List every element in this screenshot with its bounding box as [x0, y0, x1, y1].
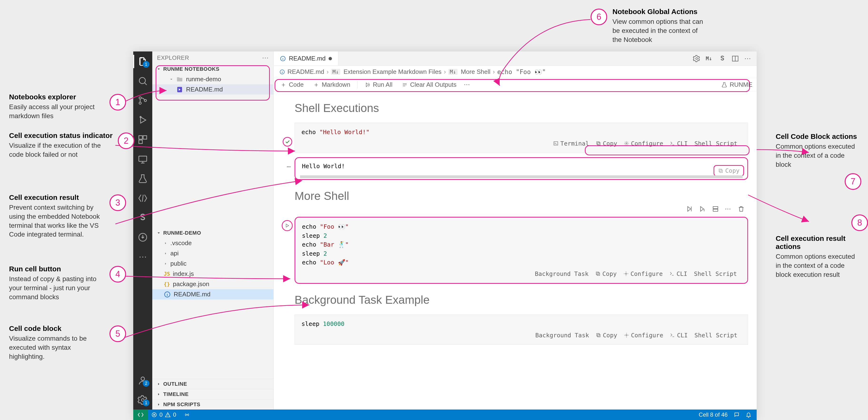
- tree-file-readme-notebook[interactable]: README.md: [152, 84, 273, 94]
- toolbar-code-button[interactable]: ＋Code: [278, 80, 306, 90]
- cell-3-action-configure[interactable]: Configure: [624, 331, 663, 340]
- cell-3-action-cli[interactable]: CLI: [670, 331, 688, 340]
- cell-2-header-split-icon[interactable]: [712, 205, 719, 213]
- activity-debug-icon[interactable]: [137, 115, 148, 125]
- toolbar-markdown-button[interactable]: ＋Markdown: [311, 80, 352, 90]
- status-errors-icon[interactable]: [151, 412, 157, 418]
- annot-4-title: Run cell button: [9, 265, 104, 273]
- cell-2-header-runbelow-icon[interactable]: [699, 205, 706, 213]
- tree-file-indexjs[interactable]: JS index.js: [152, 269, 273, 279]
- cell-2-header-runby-icon[interactable]: [686, 205, 693, 213]
- svg-point-28: [625, 273, 627, 275]
- cell-2-header-more-icon[interactable]: ⋯: [725, 205, 732, 213]
- notebook-body: Shell Executions echo "Hello World!" Ter…: [274, 91, 757, 410]
- activity-download-icon[interactable]: [137, 232, 148, 243]
- cell-3-action-bgtask[interactable]: Background Task: [535, 331, 589, 340]
- output-copy-button[interactable]: Copy: [714, 165, 744, 176]
- cell-1-action-shellscript[interactable]: Shell Script: [694, 139, 737, 148]
- status-bell-icon[interactable]: [746, 412, 751, 418]
- crumb-0[interactable]: README.md: [287, 68, 324, 76]
- cell-3-action-copy[interactable]: Copy: [596, 331, 617, 340]
- activity-account-icon[interactable]: 2: [137, 375, 148, 386]
- cell-2-action-bgtask[interactable]: Background Task: [535, 270, 589, 279]
- tab-action-markdown-icon[interactable]: M↓: [706, 55, 713, 62]
- section-npm-scripts[interactable]: NPM SCRIPTS: [152, 399, 273, 410]
- crumb-2[interactable]: More Shell: [461, 68, 490, 76]
- toolbar-more-icon[interactable]: ⋯: [464, 81, 470, 88]
- crumb-3[interactable]: echo "Foo 👀": [497, 68, 546, 76]
- svg-point-2: [139, 102, 141, 104]
- tab-action-gear-icon[interactable]: [693, 55, 701, 62]
- vscode-window: 1 ⋯ 2 1 EXPLORER ⋯: [133, 52, 757, 420]
- activity-search-icon[interactable]: [137, 76, 148, 86]
- svg-rect-5: [139, 136, 143, 139]
- annot-badge-2: 2: [118, 133, 134, 149]
- cell-2-run-button[interactable]: [282, 220, 293, 231]
- svg-point-33: [187, 414, 187, 415]
- annot-3-desc: Prevent context switching by using the e…: [9, 203, 104, 239]
- activity-settings-badge: 1: [143, 399, 149, 406]
- tab-action-more-icon[interactable]: ⋯: [744, 55, 752, 62]
- cell-1-status-success-icon: [283, 137, 292, 146]
- annot-3-title: Cell execution result: [9, 193, 104, 201]
- activity-account-badge: 2: [143, 380, 149, 387]
- tab-readme[interactable]: README.md: [274, 52, 338, 65]
- status-bar: 0 0 Cell 8 of 46: [133, 410, 757, 420]
- tree-folder-vscode[interactable]: .vscode: [152, 238, 273, 248]
- tree-folder-runme-demo[interactable]: runme-demo: [152, 74, 273, 84]
- cell-2-action-copy[interactable]: Copy: [595, 270, 617, 279]
- annot-1-desc: Easily access all your project markdown …: [9, 103, 104, 120]
- status-warnings-icon[interactable]: [165, 412, 170, 418]
- activity-more-icon[interactable]: ⋯: [137, 252, 148, 262]
- section-outline[interactable]: OUTLINE: [152, 379, 273, 389]
- cell-1-action-copy[interactable]: Copy: [596, 139, 617, 148]
- tree-file-packagejson[interactable]: {} package.json: [152, 279, 273, 289]
- activity-settings-icon[interactable]: 1: [137, 395, 148, 405]
- tab-bar: README.md M↓ ⋯: [274, 52, 757, 66]
- status-cell-position[interactable]: Cell 8 of 46: [699, 412, 727, 418]
- cell-2-action-cli[interactable]: CLI: [669, 270, 687, 279]
- activity-bracket-icon[interactable]: [137, 193, 148, 203]
- status-errors-count[interactable]: 0: [159, 412, 162, 418]
- toolbar-runall-button[interactable]: Run All: [362, 80, 395, 89]
- annot-badge-6: 6: [591, 8, 607, 25]
- crumb-1[interactable]: Extension Example Markdown Files: [344, 68, 442, 76]
- svg-point-1: [139, 97, 141, 99]
- toolbar-runme-label[interactable]: RUNME: [730, 81, 752, 88]
- toolbar-clear-button[interactable]: Clear All Outputs: [400, 80, 459, 89]
- cell-1-code[interactable]: echo "Hello World!" Terminal Copy Config…: [294, 123, 748, 153]
- section-project[interactable]: RUNME-DEMO: [152, 228, 273, 238]
- status-warnings-count[interactable]: 0: [173, 412, 176, 418]
- cell-2-action-shellscript[interactable]: Shell Script: [694, 270, 737, 279]
- tree-folder-api[interactable]: api: [152, 248, 273, 258]
- cell-3-code[interactable]: sleep 100000 Background Task Copy Config…: [294, 314, 748, 345]
- section-runme-notebooks[interactable]: RUNME NOTEBOOKS: [152, 64, 273, 74]
- activity-beaker-icon[interactable]: [137, 173, 148, 184]
- cell-2-code[interactable]: echo "Foo 👀" sleep 2 echo "Bar 🕺" sleep …: [294, 217, 748, 284]
- activity-extensions-icon[interactable]: [137, 134, 148, 145]
- activity-s-icon[interactable]: [137, 213, 148, 223]
- status-feedback-icon[interactable]: [734, 412, 740, 418]
- tab-action-s-icon[interactable]: [719, 55, 726, 62]
- cell-3-action-shellscript[interactable]: Shell Script: [694, 331, 737, 340]
- activity-explorer-icon[interactable]: 1: [137, 56, 148, 67]
- tree-file-readme-lower[interactable]: README.md: [152, 289, 273, 300]
- cell-2-header-trash-icon[interactable]: [738, 205, 745, 213]
- sidebar-more-icon[interactable]: ⋯: [262, 54, 269, 62]
- cell-1-action-cli[interactable]: CLI: [670, 139, 688, 148]
- tab-action-split-icon[interactable]: [732, 55, 739, 62]
- cell-1-action-terminal[interactable]: Terminal: [553, 139, 589, 148]
- output-scrollbar[interactable]: [300, 175, 743, 178]
- cell-2-action-configure[interactable]: Configure: [623, 270, 663, 279]
- activity-remote-icon[interactable]: [137, 154, 148, 164]
- annot-1-title: Notebooks explorer: [9, 93, 104, 101]
- status-remote-icon[interactable]: [133, 410, 148, 420]
- section-timeline[interactable]: TIMELINE: [152, 389, 273, 399]
- breadcrumb[interactable]: README.md › M↓Extension Example Markdown…: [274, 66, 757, 78]
- status-broadcast-icon[interactable]: [184, 412, 190, 418]
- tree-folder-public[interactable]: public: [152, 258, 273, 269]
- heading-shell-executions: Shell Executions: [294, 102, 748, 115]
- cell-1-action-configure[interactable]: Configure: [624, 139, 663, 148]
- svg-point-15: [696, 58, 698, 60]
- activity-scm-icon[interactable]: [137, 95, 148, 106]
